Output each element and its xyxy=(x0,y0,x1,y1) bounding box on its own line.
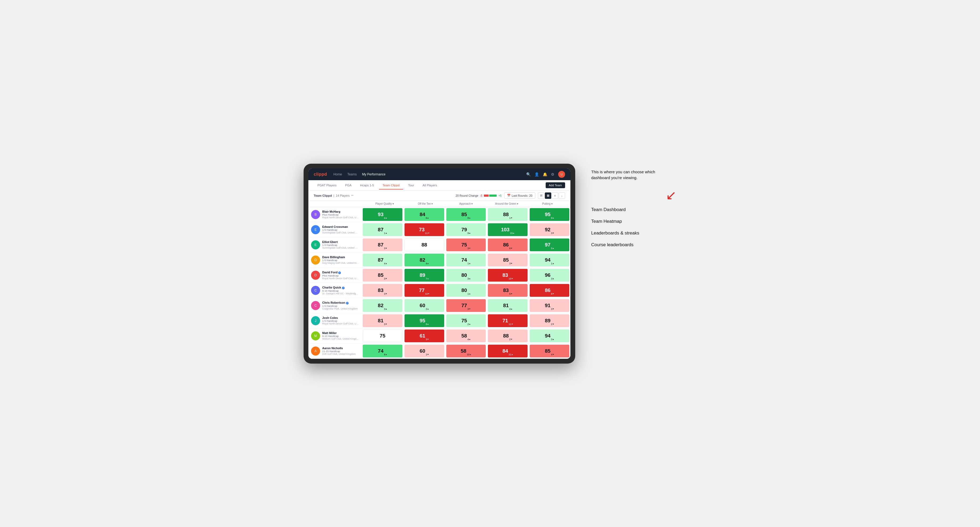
user-icon[interactable]: 👤 xyxy=(535,172,539,176)
round-change-label: 20 Round Change xyxy=(456,194,478,197)
score-change: 6 xyxy=(426,217,429,221)
score-cell: 868 xyxy=(529,283,570,298)
player-cell[interactable]: DDavid Ford✓Plus HandicapRoyal North Dev… xyxy=(309,268,362,283)
player-avatar: D xyxy=(311,271,320,280)
score-box: 824 xyxy=(404,254,444,267)
score-value: 94 xyxy=(545,257,550,263)
option-team-dashboard[interactable]: Team Dashboard xyxy=(591,207,676,213)
score-cell: 913 xyxy=(529,298,570,313)
last-rounds-button[interactable]: 📅 Last Rounds: 20 xyxy=(504,192,535,198)
player-cell[interactable]: MMatt Miller6-10 HandicapWoburn Golf Clu… xyxy=(309,329,362,343)
score-value: 88 xyxy=(503,333,509,339)
col-approach[interactable]: Approach ▾ xyxy=(446,202,487,205)
score-box: 584 xyxy=(446,330,486,342)
score-cell: 584 xyxy=(445,329,487,343)
score-change: 15 xyxy=(510,232,514,236)
score-change: 3 xyxy=(509,262,512,267)
settings-icon[interactable]: ⚙ xyxy=(551,172,554,176)
view-list-icon[interactable]: ≡ xyxy=(552,192,558,199)
col-aroundgreen[interactable]: Around the Green ▾ xyxy=(486,202,527,205)
player-cell[interactable]: JJosh Coles1-5 HandicapRoyal North Devon… xyxy=(309,313,362,328)
score-change: 3 xyxy=(384,308,387,312)
player-name: Aaron Nicholls xyxy=(322,346,359,350)
player-count: 14 Players xyxy=(336,194,350,197)
score-value: 82 xyxy=(420,257,425,263)
player-cell[interactable]: EElliot Ebert1-5 HandicapSunningdale Gol… xyxy=(309,237,362,252)
score-value: 92 xyxy=(545,227,550,233)
score-box: 854 xyxy=(530,344,570,357)
tab-pgat[interactable]: PGAT Players xyxy=(314,181,340,189)
score-cell: 975 xyxy=(529,237,570,252)
score-value: 85 xyxy=(545,348,550,354)
col-putting[interactable]: Putting ▾ xyxy=(527,202,568,205)
option-course-leaderboards[interactable]: Course leaderboards xyxy=(591,242,676,248)
score-box: 801 xyxy=(446,284,486,297)
tab-pga[interactable]: PGA xyxy=(341,181,355,189)
score-value: 86 xyxy=(545,287,550,293)
nav-link-teams[interactable]: Teams xyxy=(347,171,356,177)
score-box: 923 xyxy=(530,223,570,236)
table-row: JJosh Coles1-5 HandicapRoyal North Devon… xyxy=(309,313,570,329)
tab-allplayers[interactable]: All Players xyxy=(419,181,441,189)
score-box: 601 xyxy=(404,344,444,357)
view-heatmap-icon[interactable]: ▦ xyxy=(545,192,551,199)
score-change: 1 xyxy=(468,262,471,267)
player-handicap: Plus Handicap xyxy=(322,274,359,277)
score-value: 75 xyxy=(461,242,467,248)
score-cell: 799 xyxy=(445,222,487,237)
edit-icon[interactable]: ✏ xyxy=(351,194,354,197)
score-box: 7311 xyxy=(404,223,444,236)
col-quality[interactable]: Player Quality ▾ xyxy=(364,202,405,205)
score-change: 7 xyxy=(426,277,429,282)
player-cell[interactable]: BBlair McHargPlus HandicapRoyal North De… xyxy=(309,207,362,222)
nav-link-myperformance[interactable]: My Performance xyxy=(362,171,385,177)
player-avatar: D xyxy=(311,256,320,265)
score-cell: 5810 xyxy=(445,344,487,359)
score-cell: 602 xyxy=(403,298,445,313)
player-club: Sunningdale Golf Club, United Kingdom xyxy=(322,246,359,249)
score-change: 4 xyxy=(426,262,429,267)
player-cell[interactable]: EEdward Crossman1-5 HandicapSunningdale … xyxy=(309,222,362,237)
option-leaderboards[interactable]: Leaderboards & streaks xyxy=(591,230,676,236)
score-value: 87 xyxy=(378,257,383,263)
player-handicap: Plus Handicap xyxy=(322,213,359,216)
view-grid-icon[interactable]: ⊞ xyxy=(538,192,544,199)
option-team-heatmap[interactable]: Team Heatmap xyxy=(591,219,676,224)
search-icon[interactable]: 🔍 xyxy=(526,172,531,176)
score-box: 941 xyxy=(530,254,570,267)
score-cell: 874 xyxy=(362,252,403,268)
score-cell: 88 xyxy=(403,237,445,252)
score-box: 866 xyxy=(488,238,528,251)
player-club: Royal North Devon Golf Club, United King… xyxy=(322,277,359,280)
score-value: 74 xyxy=(461,257,467,263)
score-cell: 10315 xyxy=(487,222,529,237)
score-value: 73 xyxy=(419,227,425,233)
score-change: 3 xyxy=(468,277,471,282)
score-cell: 613 xyxy=(403,329,445,343)
tab-teamclippd[interactable]: Team Clippd xyxy=(379,181,403,189)
player-cell[interactable]: DDave Billingham1-5 HandicapGog Magog Go… xyxy=(309,252,362,268)
score-box: 853 xyxy=(363,269,402,282)
score-change: 3 xyxy=(384,247,387,251)
player-cell[interactable]: CChris Robertson✓1-5 HandicapCraigmillar… xyxy=(309,298,362,313)
tab-hcaps[interactable]: Hcaps 1-5 xyxy=(356,181,378,189)
score-change: 2 xyxy=(426,308,429,312)
table-row: CChris Robertson✓1-5 HandicapCraigmillar… xyxy=(309,298,570,313)
score-box: 943 xyxy=(530,330,570,342)
score-value: 95 xyxy=(420,318,425,324)
score-value: 74 xyxy=(378,348,383,354)
score-value: 60 xyxy=(420,348,425,354)
tab-tour[interactable]: Tour xyxy=(404,181,418,189)
player-cell[interactable]: CCharlie Quick✓6-10 HandicapSt. George's… xyxy=(309,283,362,298)
view-export-icon[interactable]: ↓ xyxy=(559,192,565,199)
nav-link-home[interactable]: Home xyxy=(333,171,342,177)
add-team-button[interactable]: Add Team xyxy=(546,182,565,188)
player-cell[interactable]: AAaron Nicholls11-15 HandicapDrift Golf … xyxy=(309,344,362,359)
score-cell: 866 xyxy=(487,237,529,252)
bell-icon[interactable]: 🔔 xyxy=(543,172,547,176)
avatar[interactable]: U xyxy=(558,171,565,178)
score-cell: 741 xyxy=(445,252,487,268)
score-box: 836 xyxy=(488,284,528,297)
score-change: 3 xyxy=(384,277,387,282)
col-offtee[interactable]: Off the Tee ▾ xyxy=(405,202,446,205)
